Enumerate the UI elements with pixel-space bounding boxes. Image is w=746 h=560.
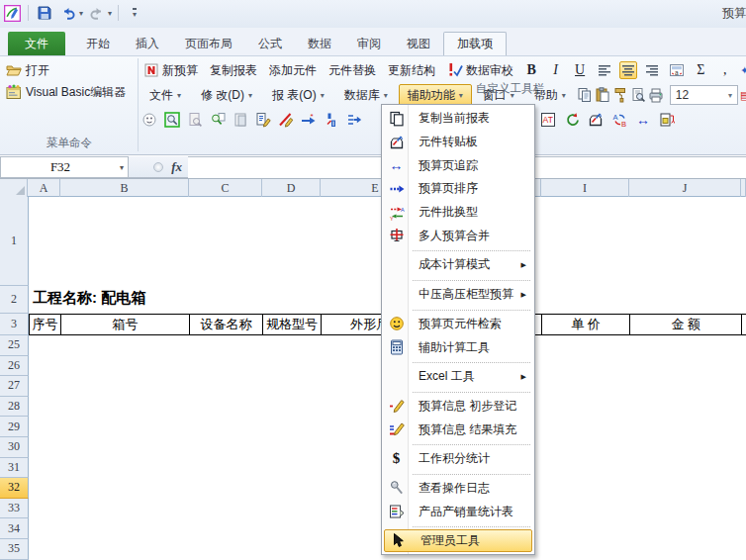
row-header-27[interactable]: 27 [0, 376, 29, 397]
row-header-33[interactable]: 33 [0, 499, 29, 519]
menu-item[interactable]: 成本计算模式▶ [383, 253, 533, 277]
row-header-28[interactable]: 28 [0, 397, 29, 418]
align-center-button[interactable] [619, 61, 637, 79]
table-header-cell[interactable]: 序号 [29, 314, 61, 335]
table-header-cell[interactable]: 单 价 [542, 314, 630, 335]
menu-button-报表O[interactable]: 报 表(O)▾ [263, 84, 333, 106]
doc-zoom-icon[interactable] [186, 111, 204, 129]
menu-item[interactable]: 辅助计算工具 [383, 335, 533, 359]
row-header-29[interactable]: 29 [0, 417, 29, 437]
qat-customize-button[interactable]: ▾ [125, 3, 144, 23]
menu-item[interactable]: 查看操作日志 [383, 477, 533, 501]
zoom-green-icon[interactable] [163, 111, 181, 129]
merge-center-button[interactable]: a [668, 61, 686, 79]
arrows-merge-icon[interactable] [345, 111, 363, 129]
ribbon-button[interactable]: Visual Basic编辑器 [6, 82, 126, 102]
align-right-button[interactable] [643, 61, 661, 79]
menu-button-修改D[interactable]: 修 改(D)▾ [192, 84, 261, 106]
figures-icon[interactable] [323, 111, 340, 129]
align-left-button[interactable] [595, 61, 612, 79]
project-name-cell[interactable]: 工程名称: 配电箱 [33, 284, 145, 312]
format-painter-button[interactable] [612, 86, 628, 104]
autosum-button[interactable]: Σ [692, 61, 709, 79]
menu-item[interactable]: 预算信息 初步登记 [383, 395, 533, 419]
row-header-25[interactable]: 25 [0, 335, 29, 356]
zoom-doc-green-icon[interactable] [209, 111, 227, 129]
tab-页面布局[interactable]: 页面布局 [172, 33, 245, 55]
print-preview-button[interactable] [630, 86, 646, 104]
ribbon-button[interactable]: 添加元件 [266, 61, 320, 80]
ribbon-button[interactable]: 数据审校 [444, 61, 516, 80]
ribbon-button[interactable]: 元件替换 [326, 61, 379, 80]
doc-export-icon[interactable] [658, 111, 676, 129]
door-icon[interactable] [232, 111, 249, 129]
name-box[interactable]: F32 ▾ [0, 156, 129, 178]
print-button[interactable] [648, 86, 664, 104]
table-header-cell[interactable]: 箱号 [61, 314, 190, 335]
smiley-icon[interactable] [140, 111, 158, 129]
chevron-down-icon[interactable]: ▾ [728, 91, 732, 100]
column-header-I[interactable]: I [541, 179, 629, 197]
table-header-cell[interactable]: 设备名称 [190, 314, 263, 335]
column-header-J[interactable]: J [629, 179, 741, 197]
tab-审阅[interactable]: 审阅 [344, 33, 394, 55]
menu-item[interactable]: 预算页元件检索 [383, 313, 533, 336]
refresh-arrows-icon[interactable] [563, 111, 581, 129]
formula-bar-knob[interactable] [153, 162, 163, 172]
menu-item[interactable]: 预算页排序 [383, 177, 533, 201]
row-header-35[interactable]: 35 [0, 539, 29, 560]
menu-item[interactable]: ↔预算页追踪 [383, 153, 533, 177]
chevron-down-icon[interactable]: ▾ [120, 163, 128, 172]
ribbon-button[interactable]: 打开 [6, 60, 49, 80]
component-clipboard-icon[interactable] [587, 111, 605, 129]
app-button[interactable] [2, 3, 22, 23]
menu-item[interactable]: 预算信息 结果填充 [383, 418, 533, 441]
row-header-2[interactable]: 2 [0, 286, 29, 314]
table-header-cell[interactable]: 规格型号 [263, 314, 322, 335]
menu-item[interactable]: AY元件批换型 [383, 201, 533, 225]
comma-style-button[interactable]: , [716, 61, 734, 79]
font-size-combobox[interactable]: 12▾ [670, 85, 738, 105]
menu-item[interactable]: 管理员工具 [384, 529, 532, 552]
row-header-1[interactable]: 1 [0, 197, 29, 286]
menu-item[interactable]: 元件转贴板 [383, 131, 533, 154]
tab-开始[interactable]: 开始 [73, 33, 123, 55]
select-all-corner[interactable] [0, 179, 28, 197]
bold-button[interactable]: B [522, 61, 540, 79]
row-header-32[interactable]: 32 [0, 478, 29, 499]
ribbon-button[interactable]: 更新结构 [385, 61, 438, 80]
column-header-A[interactable]: A [28, 179, 60, 197]
menu-item[interactable]: 多人预算合并 [383, 224, 533, 247]
copy-edit-icon[interactable] [254, 111, 272, 129]
save-button[interactable] [35, 3, 54, 23]
tab-加载项[interactable]: 加载项 [443, 32, 507, 55]
paste-button[interactable] [595, 86, 610, 104]
chevron-down-icon[interactable]: ▾ [108, 9, 112, 18]
redo-button[interactable] [87, 3, 107, 23]
chevron-down-icon[interactable]: ▾ [79, 9, 83, 18]
tab-视图[interactable]: 视图 [394, 33, 443, 55]
menu-item[interactable]: $工作积分统计 [383, 447, 533, 471]
at-box-icon[interactable]: AT [539, 111, 557, 129]
underline-button[interactable]: U [571, 61, 589, 79]
column-header-D[interactable]: D [262, 179, 321, 197]
red-slash-pencil-icon[interactable] [277, 111, 295, 129]
ab-swap-icon[interactable]: AB [610, 111, 628, 129]
row-header-31[interactable]: 31 [0, 458, 29, 479]
column-header-B[interactable]: B [60, 179, 189, 197]
column-header-C[interactable]: C [189, 179, 262, 197]
row-header-3[interactable]: 3 [0, 314, 29, 335]
undo-button[interactable] [58, 3, 78, 23]
row-header-34[interactable]: 34 [0, 518, 29, 539]
tab-插入[interactable]: 插入 [123, 33, 172, 55]
menu-item[interactable]: Excel 工具▶ [383, 365, 533, 389]
row-header-30[interactable]: 30 [0, 437, 29, 458]
row-header-26[interactable]: 26 [0, 356, 29, 377]
arrow-asterisk-icon[interactable]: * [300, 111, 318, 129]
tab-数据[interactable]: 数据 [295, 33, 344, 55]
italic-button[interactable]: I [546, 61, 564, 79]
menu-button-数据库[interactable]: 数据库▾ [335, 84, 397, 106]
ribbon-button[interactable]: 复制报表 [207, 61, 260, 80]
sheet-grid[interactable]: 1232526272829303132333435 工程名称: 配电箱 序号箱号… [0, 197, 746, 560]
menu-item[interactable]: 复制当前报表 [383, 107, 533, 131]
